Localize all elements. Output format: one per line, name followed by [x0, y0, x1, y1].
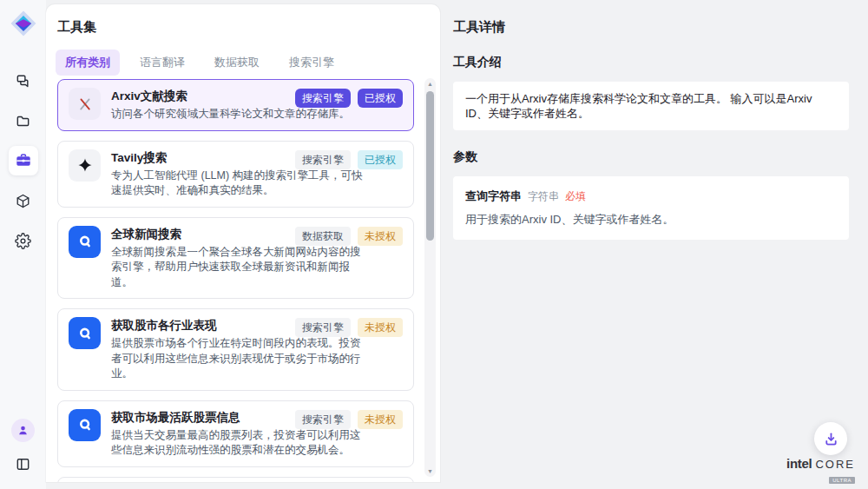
- scroll-down-icon[interactable]: ▼: [424, 468, 436, 474]
- intro-heading: 工具介绍: [453, 55, 849, 70]
- sidebar-item-settings[interactable]: [9, 226, 38, 255]
- user-icon: [16, 424, 30, 437]
- auth-status-badge: 已授权: [358, 89, 403, 108]
- tab-language-translation[interactable]: 语言翻译: [130, 50, 194, 76]
- category-badge: 搜索引擎: [295, 318, 351, 337]
- juhe-icon: [69, 317, 101, 349]
- tool-card-3[interactable]: 全球新闻搜索 全球新闻搜索是一个聚合全球各大新闻网站内容的搜索引擎，帮助用户快速…: [57, 217, 414, 300]
- tools-panel: 工具集 所有类别 语言翻译 数据获取 搜索引擎 Arxiv文献搜索 访问各个研究…: [46, 4, 440, 482]
- details-title: 工具详情: [453, 19, 849, 36]
- tools-panel-title: 工具集: [57, 19, 96, 36]
- gear-icon: [15, 233, 31, 249]
- scroll-up-icon[interactable]: ▲: [424, 81, 436, 87]
- tab-label: 语言翻译: [140, 56, 185, 69]
- sidebar-item-toolbox[interactable]: [9, 146, 38, 175]
- category-tabs: 所有类别 语言翻译 数据获取 搜索引擎: [56, 50, 344, 76]
- scrollbar-thumb[interactable]: [426, 91, 434, 241]
- tool-description: 提供股票市场各个行业在特定时间段内的表现。投资者可以利用这些信息来识别表现优于或…: [111, 336, 365, 382]
- tool-description: 全球新闻搜索是一个聚合全球各大新闻网站内容的搜索引擎，帮助用户快速获取全球最新资…: [111, 245, 365, 291]
- sidebar-item-panels[interactable]: [9, 449, 38, 479]
- layout-icon: [15, 456, 31, 472]
- tab-all-categories[interactable]: 所有类别: [56, 50, 120, 76]
- intel-core-wordmark: intelCORE: [786, 457, 855, 471]
- param-name: 查询字符串: [465, 189, 522, 202]
- ultra-badge: ULTRA: [829, 477, 855, 484]
- sidebar-item-profile[interactable]: [11, 419, 35, 442]
- tab-label: 所有类别: [65, 56, 110, 69]
- diamond-logo-icon: [10, 10, 36, 36]
- tab-search-engine[interactable]: 搜索引擎: [279, 50, 344, 76]
- auth-status-badge: 未授权: [358, 410, 403, 429]
- list-scrollbar[interactable]: ▲ ▼: [424, 78, 436, 477]
- param-required-badge: 必填: [565, 190, 586, 202]
- tab-label: 搜索引擎: [289, 56, 334, 69]
- rail-bottom: [9, 419, 38, 479]
- arxiv-icon: [69, 88, 101, 120]
- param-description: 用于搜索的Arxiv ID、关键字或作者姓名。: [465, 212, 837, 228]
- params-heading: 参数: [453, 149, 849, 165]
- left-icon-rail: [0, 0, 46, 489]
- folder-icon: [15, 113, 31, 129]
- tab-label: 数据获取: [214, 56, 260, 69]
- tool-description: 专为人工智能代理 (LLM) 构建的搜索引擎工具，可快速提供实时、准确和真实的结…: [111, 169, 365, 199]
- auth-status-badge: 已授权: [358, 150, 403, 169]
- param-type: 字符串: [528, 190, 559, 202]
- tool-description: 访问各个研究领域大量科学论文和文章的存储库。: [111, 107, 350, 122]
- tool-card-5[interactable]: 获取市场最活跃股票信息 提供当天交易量最高的股票列表，投资者可以利用这些信息来识…: [57, 400, 414, 467]
- intel-core-logo: intelCORE ULTRA: [786, 457, 855, 485]
- cube-icon: [15, 193, 31, 209]
- sidebar-item-files[interactable]: [9, 106, 38, 135]
- download-button[interactable]: [814, 422, 847, 455]
- tool-card-1[interactable]: Arxiv文献搜索 访问各个研究领域大量科学论文和文章的存储库。 搜索引擎 已授…: [57, 79, 414, 131]
- category-badge: 数据获取: [295, 227, 351, 246]
- category-badge: 搜索引擎: [295, 89, 351, 108]
- sidebar-item-chat[interactable]: [9, 66, 38, 96]
- param-card: 查询字符串字符串必填 用于搜索的Arxiv ID、关键字或作者姓名。: [453, 176, 849, 240]
- intro-card: 一个用于从Arxiv存储库搜索科学论文和文章的工具。 输入可以是Arxiv ID…: [453, 82, 849, 130]
- category-badge: 搜索引擎: [295, 410, 351, 429]
- tavily-icon: [69, 149, 101, 182]
- toolbox-icon: [15, 152, 32, 169]
- chat-icon: [15, 73, 31, 89]
- rail-nav: [9, 66, 38, 255]
- tool-list: Arxiv文献搜索 访问各个研究领域大量科学论文和文章的存储库。 搜索引擎 已授…: [57, 79, 414, 482]
- tool-description: 提供当天交易量最高的股票列表，投资者可以利用这些信息来识别流动性强的股票和潜在的…: [111, 428, 365, 459]
- core-text: CORE: [815, 458, 855, 471]
- auth-status-badge: 未授权: [358, 318, 403, 337]
- tool-card-6[interactable]: 万维地区新闻查询 查询具体行政区划内的新闻，快速了解各地新闻动 搜索引擎 未授权: [57, 477, 414, 483]
- juhe-icon: [69, 226, 101, 258]
- juhe-icon: [69, 409, 101, 441]
- auth-status-badge: 未授权: [358, 227, 403, 246]
- param-header-row: 查询字符串字符串必填: [465, 188, 837, 204]
- sidebar-item-models[interactable]: [9, 186, 38, 215]
- tab-data-fetch[interactable]: 数据获取: [205, 50, 269, 76]
- tool-details-panel: 工具详情 工具介绍 一个用于从Arxiv存储库搜索科学论文和文章的工具。 输入可…: [453, 0, 849, 240]
- download-icon: [823, 431, 839, 447]
- app-logo: [10, 10, 36, 36]
- category-badge: 搜索引擎: [295, 150, 351, 169]
- tool-card-4[interactable]: 获取股市各行业表现 提供股票市场各个行业在特定时间段内的表现。投资者可以利用这些…: [57, 308, 414, 391]
- intel-text: intel: [786, 456, 812, 471]
- tool-card-2[interactable]: Tavily搜索 专为人工智能代理 (LLM) 构建的搜索引擎工具，可快速提供实…: [57, 141, 414, 208]
